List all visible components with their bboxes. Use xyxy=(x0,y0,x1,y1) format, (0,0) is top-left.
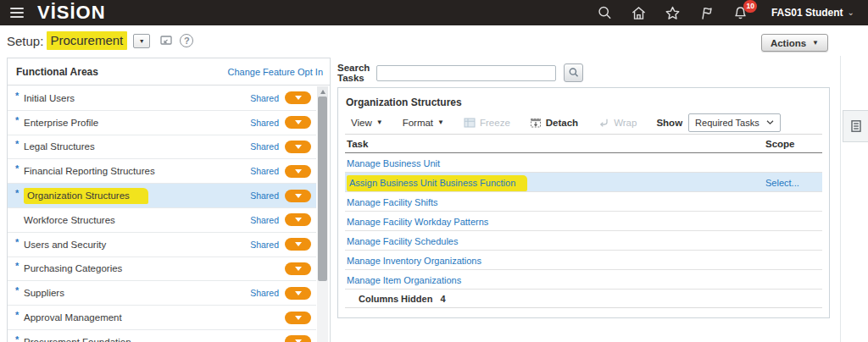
view-menu[interactable]: View ▼ xyxy=(351,118,383,128)
shared-link[interactable]: Shared xyxy=(250,190,279,201)
task-table-row[interactable]: Manage Business Unit xyxy=(345,153,822,173)
task-link[interactable]: Manage Item Organizations xyxy=(347,275,461,285)
search-icon[interactable] xyxy=(597,5,613,21)
functional-area-label: Initial Users xyxy=(24,93,75,103)
left-panel-scrollbar[interactable] xyxy=(317,86,328,342)
wrap-button-label: Wrap xyxy=(614,118,637,128)
home-icon[interactable] xyxy=(631,5,647,21)
functional-area-item[interactable]: Workforce StructuresShared xyxy=(8,208,316,233)
task-link[interactable]: Manage Facility Schedules xyxy=(347,236,458,246)
shared-link[interactable]: Shared xyxy=(250,118,279,128)
functional-area-item[interactable]: *Enterprise ProfileShared xyxy=(8,111,316,135)
features-dropdown-button[interactable] xyxy=(285,262,311,275)
task-table-row[interactable]: Manage Facility Schedules xyxy=(345,231,822,251)
show-filter-select[interactable]: Required Tasks xyxy=(688,113,781,132)
wrap-button: Wrap xyxy=(598,117,637,129)
features-dropdown-button[interactable] xyxy=(285,141,311,153)
features-dropdown-button[interactable] xyxy=(285,165,311,178)
global-header: VİSİON 10 FAS01 Student ⌄ xyxy=(0,0,868,25)
change-feature-opt-in-link[interactable]: Change Feature Opt In xyxy=(227,67,323,77)
required-asterisk: * xyxy=(15,285,23,295)
scope-cell: Select... xyxy=(765,174,815,190)
functional-areas-title: Functional Areas xyxy=(16,66,98,78)
offering-name-highlighted[interactable]: Procurement xyxy=(47,31,127,50)
functional-area-label: Approval Management xyxy=(24,312,122,323)
setup-header-bar: Setup: Procurement ▼ ? Actions ▼ xyxy=(0,25,868,56)
functional-area-item[interactable]: *Organization StructuresShared xyxy=(8,184,316,208)
shared-link[interactable]: Shared xyxy=(250,240,279,250)
functional-area-item[interactable]: *Financial Reporting StructuresShared xyxy=(8,159,316,184)
scope-select-link[interactable]: Select... xyxy=(765,178,799,188)
task-table-row[interactable]: Manage Facility Workday Patterns xyxy=(345,212,822,231)
shared-link[interactable]: Shared xyxy=(250,93,279,103)
user-menu[interactable]: FAS01 Student ⌄ xyxy=(771,7,854,19)
actions-button-label: Actions xyxy=(771,38,806,48)
features-dropdown-button[interactable] xyxy=(285,238,311,251)
functional-areas-header: Functional Areas Change Feature Opt In xyxy=(8,58,330,86)
functional-area-label: Workforce Structures xyxy=(24,215,115,225)
task-link[interactable]: Manage Facility Workday Patterns xyxy=(347,217,488,227)
shared-link[interactable]: Shared xyxy=(250,166,279,176)
task-table-row[interactable]: Manage Item Organizations xyxy=(345,270,822,290)
watchlist-flag-icon[interactable] xyxy=(698,5,715,21)
features-dropdown-button[interactable] xyxy=(285,287,311,300)
column-header-task[interactable]: Task xyxy=(347,139,765,149)
task-cell: Manage Item Organizations xyxy=(347,272,765,287)
table-header-row: Task Scope xyxy=(345,134,822,153)
task-cell: Manage Facility Schedules xyxy=(347,233,765,248)
functional-area-label: Suppliers xyxy=(24,288,64,298)
features-dropdown-button[interactable] xyxy=(285,91,311,104)
application-window: VİSİON 10 FAS01 Student ⌄ xyxy=(0,0,868,342)
shared-link[interactable]: Shared xyxy=(250,215,279,225)
functional-area-label: Organization Structures xyxy=(24,188,148,204)
offering-dropdown-button[interactable]: ▼ xyxy=(133,34,150,48)
task-link[interactable]: Manage Facility Shifts xyxy=(347,197,438,207)
shared-link[interactable]: Shared xyxy=(250,141,279,152)
search-tasks-label: Search Tasks xyxy=(337,63,376,83)
show-label: Show xyxy=(656,118,682,128)
task-link[interactable]: Manage Business Unit xyxy=(347,158,440,168)
columns-hidden-count: 4 xyxy=(440,294,445,304)
task-table-row[interactable]: Assign Business Unit Business FunctionSe… xyxy=(345,173,822,192)
task-cell: Manage Inventory Organizations xyxy=(347,252,765,268)
functional-area-item[interactable]: *Procurement Foundation xyxy=(8,330,316,342)
format-menu[interactable]: Format ▼ xyxy=(403,118,444,128)
view-menu-label: View xyxy=(351,118,372,128)
features-dropdown-button[interactable] xyxy=(285,116,311,129)
required-asterisk: * xyxy=(15,334,23,342)
functional-area-item[interactable]: *Approval Management xyxy=(8,306,316,330)
features-dropdown-button[interactable] xyxy=(285,190,311,202)
required-asterisk: * xyxy=(15,261,23,271)
task-link[interactable]: Assign Business Unit Business Function xyxy=(347,175,527,191)
shared-link[interactable]: Shared xyxy=(250,288,279,298)
features-dropdown-button[interactable] xyxy=(285,335,311,342)
detach-button[interactable]: Detach xyxy=(530,117,578,129)
functional-area-item[interactable]: *Purchasing Categories xyxy=(8,257,316,282)
search-button[interactable] xyxy=(564,63,583,82)
functional-area-item[interactable]: *Initial UsersShared xyxy=(8,86,316,111)
navigator-menu-icon[interactable] xyxy=(10,8,24,18)
columns-hidden-row: Columns Hidden 4 xyxy=(345,290,822,308)
actions-button[interactable]: Actions ▼ xyxy=(761,34,828,52)
task-table-row[interactable]: Manage Inventory Organizations xyxy=(345,251,822,270)
required-asterisk: * xyxy=(15,91,23,101)
functional-area-item[interactable]: *SuppliersShared xyxy=(8,281,316,306)
detach-icon xyxy=(530,117,542,129)
search-tasks-input[interactable] xyxy=(376,65,556,81)
memo-icon[interactable] xyxy=(159,34,173,47)
task-link[interactable]: Manage Inventory Organizations xyxy=(347,256,481,266)
help-icon[interactable]: ? xyxy=(180,34,193,47)
caret-down-icon: ▼ xyxy=(376,119,383,126)
functional-area-item[interactable]: *Legal StructuresShared xyxy=(8,135,316,160)
column-header-scope[interactable]: Scope xyxy=(765,139,815,149)
detach-button-label: Detach xyxy=(546,118,578,128)
functional-area-item[interactable]: *Users and SecurityShared xyxy=(8,233,316,257)
required-asterisk: * xyxy=(15,237,23,247)
features-dropdown-button[interactable] xyxy=(285,213,311,226)
favorites-star-icon[interactable] xyxy=(665,5,681,21)
notifications-bell-icon[interactable]: 10 xyxy=(732,5,748,21)
features-dropdown-button[interactable] xyxy=(285,312,311,324)
task-table-row[interactable]: Manage Facility Shifts xyxy=(345,192,822,212)
task-list-drawer-tab[interactable] xyxy=(843,110,868,142)
scrollbar-thumb[interactable] xyxy=(318,97,327,281)
